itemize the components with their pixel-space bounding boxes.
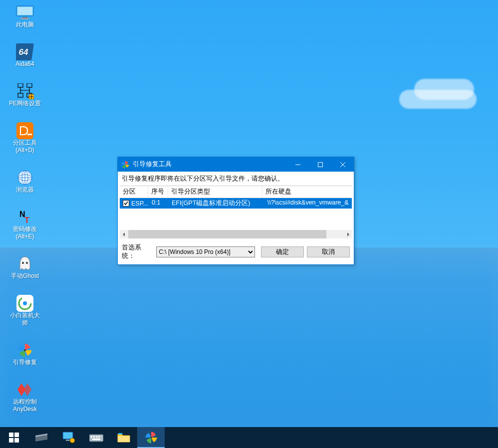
desktop-label: 浏览器 [16, 186, 34, 194]
diskgenius-icon [15, 122, 35, 139]
table-row[interactable]: ESP... 0:1 EFI(GPT磁盘标准启动分区) \\?\scsi#dis… [120, 198, 352, 209]
desktop-label: 引导修复 [13, 359, 37, 366]
chip-icon [34, 433, 48, 443]
network-config-icon [15, 83, 35, 100]
svg-rect-32 [89, 435, 103, 442]
svg-rect-3 [20, 18, 29, 19]
scroll-track[interactable] [128, 230, 343, 238]
svg-point-40 [150, 437, 152, 439]
desktop-label: PE网络设置 [9, 100, 41, 107]
desktop-icon-xiaobaizhj[interactable]: 小白装机大 师 [5, 295, 45, 327]
pinwheel-icon [120, 159, 131, 170]
desktop-icon-this-pc[interactable]: 此电脑 [5, 4, 45, 28]
svg-rect-30 [66, 440, 70, 441]
titlebar[interactable]: 引导修复工具 [118, 157, 354, 172]
svg-rect-37 [92, 439, 100, 440]
svg-point-23 [24, 349, 26, 351]
col-disk[interactable]: 所在硬盘 [262, 186, 352, 198]
window-title: 引导修复工具 [133, 160, 286, 169]
cell-partition: ESP... [131, 200, 148, 207]
svg-rect-7 [27, 83, 32, 87]
computer-icon [15, 4, 35, 21]
taskbar [0, 427, 498, 448]
svg-point-18 [22, 262, 24, 264]
pinwheel-icon [15, 342, 35, 359]
preferred-system-label: 首选系统： [122, 243, 153, 260]
ok-button[interactable]: 确定 [261, 246, 304, 257]
svg-rect-25 [9, 433, 13, 437]
svg-rect-6 [18, 83, 23, 87]
cell-disk: \\?\scsi#disk&ven_vmware_& [264, 198, 352, 209]
globe-icon [15, 169, 35, 186]
desktop-icon-anydesk[interactable]: 远程控制 AnyDesk [5, 381, 45, 413]
svg-text:T: T [24, 216, 29, 224]
minimize-button[interactable] [286, 157, 309, 172]
keyboard-icon [89, 433, 103, 443]
cell-index: 0:1 [149, 198, 169, 209]
svg-rect-34 [93, 436, 95, 438]
svg-text:64: 64 [19, 47, 28, 57]
svg-rect-39 [118, 433, 122, 435]
col-index[interactable]: 序号 [148, 186, 168, 198]
row-checkbox[interactable] [123, 200, 129, 207]
svg-rect-12 [27, 134, 32, 135]
horizontal-scrollbar[interactable] [120, 230, 352, 238]
pinwheel-icon [144, 431, 158, 445]
taskbar-network[interactable] [55, 427, 82, 448]
maximize-button[interactable] [309, 157, 331, 172]
svg-point-19 [26, 262, 28, 264]
scroll-right-button[interactable] [343, 230, 352, 238]
system-select[interactable]: C:\ [Windows 10 Pro (x64)] [156, 246, 255, 257]
taskbar-explorer[interactable] [110, 427, 137, 448]
ntpw-icon: NT [15, 209, 35, 225]
svg-rect-27 [9, 438, 13, 443]
taskbar-boot-repair[interactable] [137, 427, 165, 448]
desktop-label: 手动Ghost [11, 272, 39, 280]
aida64-icon: 64 [15, 43, 35, 60]
svg-rect-33 [91, 436, 92, 438]
desktop-icon-aida64[interactable]: 64 Aida64 [5, 43, 45, 68]
windows-icon [9, 433, 19, 443]
dialog-message: 引导修复程序即将在以下分区写入引导文件，请您确认。 [118, 172, 354, 186]
desktop-icon-ghost[interactable]: 手动Ghost [5, 255, 45, 280]
close-button[interactable] [331, 157, 354, 172]
svg-rect-35 [96, 436, 97, 438]
desktop-icon-password[interactable]: NT 密码修改 (Alt+E) [5, 209, 45, 240]
cancel-button[interactable]: 取消 [307, 246, 350, 257]
taskbar-keyboard[interactable] [82, 427, 110, 448]
svg-rect-1 [17, 7, 32, 15]
svg-rect-24 [318, 162, 322, 167]
svg-point-22 [23, 301, 27, 305]
ghost-icon [15, 255, 35, 272]
scroll-left-button[interactable] [120, 230, 128, 238]
desktop-icon-pe-network[interactable]: PE网络设置 [5, 83, 45, 107]
desktop-icon-diskgenius[interactable]: 分区工具 (Alt+D) [5, 122, 45, 154]
folder-icon [117, 432, 130, 443]
desktop-icon-boot-repair[interactable]: 引导修复 [5, 342, 45, 366]
svg-point-31 [70, 438, 75, 443]
desktop-icon-browser[interactable]: 浏览器 [5, 169, 45, 194]
start-button[interactable] [0, 427, 27, 448]
col-partition[interactable]: 分区 [120, 186, 148, 198]
boot-repair-dialog: 引导修复工具 引导修复程序即将在以下分区写入引导文件，请您确认。 分区 序号 引… [117, 157, 354, 265]
table-header: 分区 序号 引导分区类型 所在硬盘 [120, 186, 352, 198]
desktop-label: 远程控制 AnyDesk [13, 398, 37, 413]
desktop-label: Aida64 [15, 60, 34, 68]
svg-rect-8 [18, 93, 23, 97]
svg-rect-11 [16, 122, 33, 139]
partition-table: 分区 序号 引导分区类型 所在硬盘 ESP... 0:1 EFI(GPT磁盘标准… [120, 186, 352, 230]
taskbar-hwinfo[interactable] [27, 427, 55, 448]
svg-rect-2 [22, 17, 27, 18]
svg-point-10 [28, 94, 34, 99]
desktop-label: 此电脑 [16, 21, 34, 28]
svg-rect-26 [14, 433, 19, 437]
svg-rect-36 [98, 436, 100, 438]
monitor-gear-icon [62, 432, 75, 444]
col-type[interactable]: 引导分区类型 [168, 186, 262, 198]
svg-rect-38 [118, 436, 130, 442]
svg-rect-28 [14, 438, 19, 443]
desktop-label: 分区工具 (Alt+D) [13, 139, 37, 154]
scroll-thumb[interactable] [128, 230, 326, 238]
cell-type: EFI(GPT磁盘标准启动分区) [169, 198, 264, 209]
installer-icon [15, 295, 35, 312]
